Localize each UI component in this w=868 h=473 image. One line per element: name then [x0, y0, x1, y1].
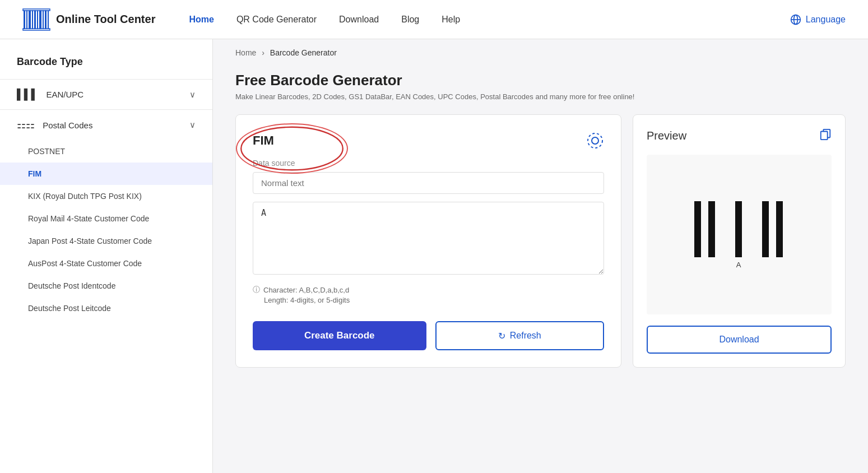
- sidebar-title: Barcode Type: [0, 50, 212, 79]
- barcode-group-icon: ▌▌▌: [17, 89, 38, 100]
- logo[interactable]: Online Tool Center: [22, 6, 155, 34]
- page-subtitle: Make Linear Barcodes, 2D Codes, GS1 Data…: [235, 92, 846, 101]
- svg-rect-21: [708, 201, 715, 257]
- svg-rect-3: [32, 10, 33, 29]
- svg-rect-5: [37, 10, 38, 29]
- svg-rect-2: [29, 10, 31, 29]
- sidebar-item-postnet[interactable]: POSTNET: [0, 140, 212, 163]
- settings-icon[interactable]: [586, 132, 604, 150]
- postal-group-icon: ⚏⚏: [17, 119, 35, 131]
- nav-qr-code[interactable]: QR Code Generator: [236, 15, 317, 25]
- svg-rect-22: [735, 201, 742, 257]
- chevron-down-icon: ∨: [189, 90, 196, 100]
- svg-rect-19: [821, 132, 828, 140]
- main-content: Home › Barcode Generator Free Barcode Ge…: [213, 39, 868, 473]
- language-selector[interactable]: Language: [790, 14, 846, 25]
- fim-barcode-type-label: FIM: [253, 133, 274, 148]
- sidebar: Barcode Type ▌▌▌ EAN/UPC ∨ ⚏⚏ Postal Cod…: [0, 39, 213, 473]
- hint-text: ⓘ Character: A,B,C,D,a,b,c,d Length: 4-d…: [253, 285, 604, 304]
- refresh-button[interactable]: ↻ Refresh: [435, 321, 605, 350]
- sidebar-item-deutsche-ident[interactable]: Deutsche Post Identcode: [0, 275, 212, 297]
- layout: Barcode Type ▌▌▌ EAN/UPC ∨ ⚏⚏ Postal Cod…: [0, 39, 868, 473]
- nav-home[interactable]: Home: [189, 15, 213, 25]
- create-barcode-button[interactable]: Create Barcode: [253, 321, 426, 350]
- svg-rect-20: [694, 201, 701, 257]
- breadcrumb: Home › Barcode Generator: [213, 39, 868, 66]
- header: Online Tool Center Home QR Code Generato…: [0, 0, 868, 39]
- info-icon: ⓘ: [253, 285, 260, 295]
- refresh-icon: ↻: [498, 331, 505, 341]
- preview-header: Preview: [647, 128, 832, 143]
- barcode-preview: A: [647, 155, 832, 314]
- button-row: Create Barcode ↻ Refresh: [253, 321, 604, 350]
- data-source-label: Data source: [253, 159, 604, 168]
- fim-label-row: FIM: [253, 132, 604, 150]
- breadcrumb-current: Barcode Generator: [270, 48, 337, 57]
- sidebar-item-royal-mail[interactable]: Royal Mail 4-State Customer Code: [0, 207, 212, 230]
- svg-point-16: [592, 137, 598, 144]
- main-nav: Home QR Code Generator Download Blog Hel…: [189, 15, 790, 25]
- svg-rect-4: [34, 10, 36, 29]
- logo-text: Online Tool Center: [56, 13, 155, 26]
- breadcrumb-separator: ›: [262, 48, 267, 57]
- barcode-image: A: [677, 190, 801, 280]
- preview-title: Preview: [647, 129, 686, 142]
- logo-icon: [22, 6, 50, 34]
- download-button[interactable]: Download: [647, 326, 832, 354]
- sidebar-group-ean-header[interactable]: ▌▌▌ EAN/UPC ∨: [0, 80, 212, 109]
- copy-icon[interactable]: [819, 128, 832, 143]
- svg-rect-10: [23, 9, 50, 11]
- sidebar-item-kix[interactable]: KIX (Royal Dutch TPG Post KIX): [0, 185, 212, 207]
- barcode-value-textarea[interactable]: A: [253, 202, 604, 275]
- sidebar-item-fim[interactable]: FIM: [0, 163, 212, 185]
- sidebar-item-deutsche-leit[interactable]: Deutsche Post Leitcode: [0, 297, 212, 319]
- svg-rect-11: [23, 29, 50, 30]
- sidebar-item-japan-post[interactable]: Japan Post 4-State Customer Code: [0, 230, 212, 252]
- generator-panel: FIM Data source A ⓘ Character: A,: [235, 114, 621, 368]
- sidebar-group-postal-header[interactable]: ⚏⚏ Postal Codes ∨: [0, 110, 212, 140]
- svg-rect-23: [762, 201, 769, 257]
- hint-line-2: Length: 4-digits, or 5-digits: [264, 296, 350, 304]
- svg-rect-24: [776, 201, 783, 257]
- content-area: Free Barcode Generator Make Linear Barco…: [213, 66, 868, 390]
- svg-rect-9: [48, 10, 49, 29]
- hint-row-1: ⓘ Character: A,B,C,D,a,b,c,d: [253, 285, 604, 295]
- nav-help[interactable]: Help: [442, 15, 460, 25]
- data-source-input[interactable]: [253, 172, 604, 194]
- svg-text:A: A: [736, 261, 741, 269]
- svg-rect-6: [39, 10, 41, 29]
- svg-point-17: [588, 133, 602, 148]
- hint-line-1: Character: A,B,C,D,a,b,c,d: [263, 286, 349, 294]
- chevron-down-icon-2: ∨: [189, 120, 196, 130]
- nav-blog[interactable]: Blog: [401, 15, 419, 25]
- sidebar-group-ean-label: EAN/UPC: [46, 90, 83, 99]
- preview-panel: Preview: [633, 114, 846, 368]
- language-label: Language: [806, 15, 846, 25]
- svg-rect-1: [26, 10, 27, 29]
- globe-icon: [790, 14, 801, 25]
- sidebar-group-postal-label: Postal Codes: [43, 120, 92, 130]
- sidebar-group-ean: ▌▌▌ EAN/UPC ∨: [0, 79, 212, 109]
- svg-rect-8: [45, 10, 47, 29]
- page-title: Free Barcode Generator: [235, 72, 846, 89]
- sidebar-group-postal: ⚏⚏ Postal Codes ∨ POSTNET FIM KIX (Royal…: [0, 109, 212, 319]
- nav-download[interactable]: Download: [339, 15, 379, 25]
- hint-row-2: Length: 4-digits, or 5-digits: [253, 296, 604, 304]
- sidebar-item-auspost[interactable]: AusPost 4-State Customer Code: [0, 252, 212, 275]
- content-row: FIM Data source A ⓘ Character: A,: [235, 114, 846, 368]
- svg-rect-7: [43, 10, 44, 29]
- svg-rect-0: [24, 10, 25, 29]
- breadcrumb-home[interactable]: Home: [235, 48, 256, 57]
- fim-label-wrapper: FIM: [253, 133, 274, 148]
